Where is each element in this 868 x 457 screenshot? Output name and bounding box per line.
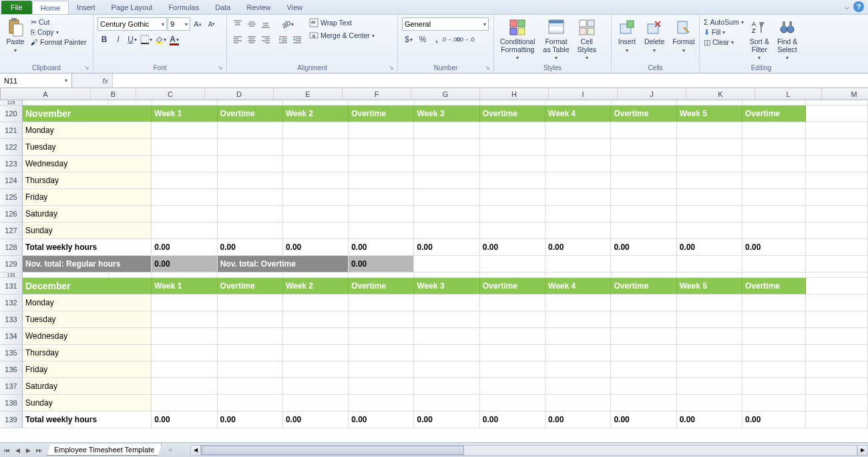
cell[interactable] bbox=[480, 395, 546, 412]
cell[interactable]: Week 1 bbox=[152, 106, 217, 122]
row-header[interactable]: 136 bbox=[0, 361, 23, 378]
cell[interactable] bbox=[23, 273, 109, 278]
cell[interactable]: Overtime bbox=[349, 106, 414, 122]
cell[interactable]: 0.00 bbox=[283, 239, 349, 256]
format-cells-button[interactable]: Format▾ bbox=[669, 16, 698, 55]
cell[interactable] bbox=[283, 172, 349, 189]
cell[interactable] bbox=[414, 139, 479, 156]
cell[interactable]: Overtime bbox=[611, 278, 676, 295]
column-header[interactable]: J bbox=[618, 88, 686, 100]
underline-button[interactable]: U▾ bbox=[126, 33, 139, 46]
cell[interactable] bbox=[677, 378, 742, 395]
increase-indent-button[interactable] bbox=[290, 33, 304, 46]
cell[interactable] bbox=[283, 122, 349, 139]
cell[interactable]: 0.00 bbox=[349, 256, 414, 273]
cell[interactable] bbox=[283, 345, 349, 361]
cell[interactable]: Week 5 bbox=[677, 278, 742, 295]
format-painter-button[interactable]: 🖌Format Painter bbox=[29, 37, 87, 47]
cell[interactable] bbox=[806, 412, 868, 428]
row-header[interactable]: 131 bbox=[0, 278, 23, 295]
cell[interactable] bbox=[480, 273, 546, 278]
cell[interactable] bbox=[283, 395, 349, 412]
cell[interactable] bbox=[480, 361, 546, 378]
conditional-formatting-button[interactable]: Conditional Formatting▾ bbox=[497, 16, 539, 63]
fill-button[interactable]: ⬇Fill▾ bbox=[702, 27, 745, 37]
cell[interactable] bbox=[349, 361, 414, 378]
cell[interactable] bbox=[742, 378, 806, 395]
cell[interactable] bbox=[152, 273, 218, 278]
cell[interactable] bbox=[677, 100, 742, 106]
cell[interactable] bbox=[414, 256, 479, 273]
cell[interactable]: Total weekly hours bbox=[23, 239, 152, 256]
cell[interactable] bbox=[480, 345, 546, 361]
cell[interactable] bbox=[349, 395, 414, 412]
cell-styles-button[interactable]: Cell Styles▾ bbox=[574, 16, 600, 63]
scroll-left-button[interactable]: ◀ bbox=[190, 445, 201, 456]
cell[interactable] bbox=[283, 328, 349, 345]
cell[interactable]: Sunday bbox=[23, 222, 152, 239]
cell[interactable] bbox=[480, 311, 546, 328]
cell[interactable] bbox=[414, 172, 479, 189]
cell[interactable] bbox=[152, 172, 217, 189]
cell[interactable] bbox=[742, 345, 806, 361]
row-header[interactable]: 130 bbox=[0, 273, 23, 278]
insert-cells-button[interactable]: Insert▾ bbox=[614, 16, 640, 55]
cell[interactable]: Overtime bbox=[480, 106, 546, 122]
cell[interactable] bbox=[806, 278, 868, 295]
cell[interactable] bbox=[806, 239, 868, 256]
cell[interactable]: 0.00 bbox=[677, 412, 742, 428]
row-header[interactable]: 133 bbox=[0, 311, 23, 328]
number-format-combo[interactable]: General▾ bbox=[402, 17, 489, 31]
cell[interactable] bbox=[218, 206, 283, 222]
cell[interactable]: Wednesday bbox=[23, 156, 152, 172]
font-name-combo[interactable]: Century Gothic▾ bbox=[97, 17, 167, 31]
row-header[interactable]: 138 bbox=[0, 395, 23, 412]
cell[interactable] bbox=[218, 156, 283, 172]
row-header[interactable]: 137 bbox=[0, 378, 23, 395]
tab-formulas[interactable]: Formulas bbox=[160, 1, 207, 14]
column-header[interactable]: I bbox=[549, 88, 618, 100]
row-header[interactable]: 119 bbox=[0, 100, 23, 106]
cell[interactable] bbox=[349, 378, 414, 395]
dialog-launcher-icon[interactable]: ↘ bbox=[218, 64, 224, 71]
cell[interactable]: Week 4 bbox=[546, 106, 611, 122]
cell[interactable] bbox=[283, 361, 349, 378]
cell[interactable] bbox=[152, 189, 217, 206]
cell[interactable]: Nov. total: Regular hours bbox=[23, 256, 152, 273]
scroll-track[interactable] bbox=[201, 445, 857, 456]
cell[interactable] bbox=[152, 345, 217, 361]
cell[interactable]: 0.00 bbox=[218, 239, 283, 256]
cell[interactable] bbox=[218, 361, 283, 378]
tab-home[interactable]: Home bbox=[32, 1, 69, 14]
cell[interactable] bbox=[283, 206, 349, 222]
cell[interactable] bbox=[546, 156, 611, 172]
cell[interactable] bbox=[742, 361, 806, 378]
cell[interactable]: Week 3 bbox=[414, 106, 479, 122]
cell[interactable]: 0.00 bbox=[218, 412, 283, 428]
cell[interactable] bbox=[611, 311, 676, 328]
cell[interactable] bbox=[677, 345, 742, 361]
row-header[interactable]: 128 bbox=[0, 239, 23, 256]
cell[interactable] bbox=[414, 189, 479, 206]
row-header[interactable]: 135 bbox=[0, 345, 23, 361]
cell[interactable] bbox=[546, 295, 611, 311]
cell[interactable] bbox=[218, 295, 283, 311]
column-header[interactable]: L bbox=[755, 88, 822, 100]
cell[interactable] bbox=[480, 172, 546, 189]
cell[interactable] bbox=[414, 206, 479, 222]
cell[interactable] bbox=[611, 122, 676, 139]
cell[interactable] bbox=[283, 222, 349, 239]
cell[interactable] bbox=[349, 156, 414, 172]
cell[interactable] bbox=[349, 222, 414, 239]
orientation-button[interactable]: ab▾ bbox=[276, 17, 299, 31]
cell[interactable] bbox=[546, 222, 611, 239]
shrink-font-button[interactable]: A▾ bbox=[205, 17, 218, 31]
decrease-indent-button[interactable] bbox=[276, 33, 290, 46]
dialog-launcher-icon[interactable]: ↘ bbox=[84, 64, 91, 71]
cell[interactable] bbox=[806, 361, 868, 378]
cell[interactable] bbox=[677, 295, 742, 311]
cell[interactable] bbox=[480, 222, 546, 239]
cell[interactable]: Overtime bbox=[349, 278, 414, 295]
cell[interactable] bbox=[349, 139, 414, 156]
cell[interactable] bbox=[218, 345, 283, 361]
